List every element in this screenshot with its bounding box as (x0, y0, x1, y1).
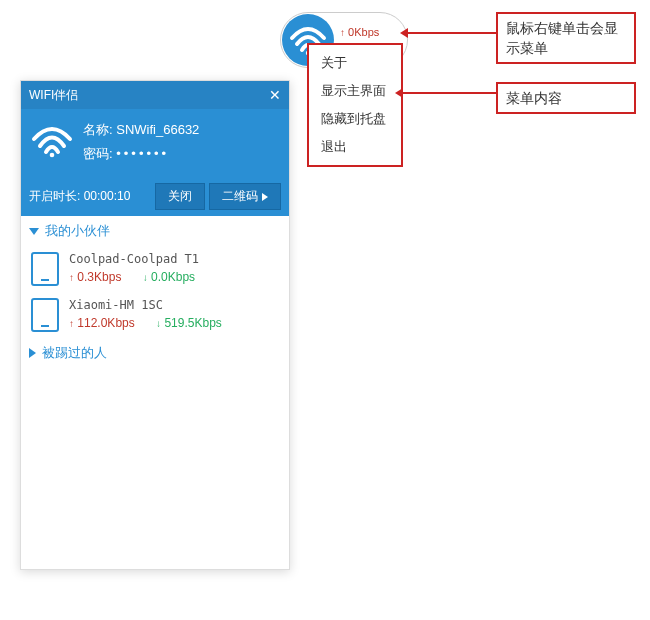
wifi-name-value: SNWifi_66632 (116, 122, 199, 137)
qr-button[interactable]: 二维码 (209, 183, 281, 210)
wifi-companion-window: WIFI伴侣 ✕ 名称: SNWifi_66632 密码: •••• (20, 80, 290, 570)
upload-speed: ↑ 0.3Kbps (69, 270, 121, 284)
wifi-icon (31, 125, 73, 159)
wifi-password-label: 密码: (83, 146, 113, 161)
device-name: Xiaomi-HM 1SC (69, 298, 222, 312)
chevron-right-icon (262, 193, 268, 201)
uptime-value: 00:00:10 (84, 189, 131, 203)
menu-item-hide-to-tray[interactable]: 隐藏到托盘 (309, 105, 401, 133)
phone-icon (31, 298, 59, 332)
menu-item-show-main[interactable]: 显示主界面 (309, 77, 401, 105)
section-kicked-label: 被踢过的人 (42, 344, 107, 362)
callout-menu-content: 菜单内容 (496, 82, 636, 114)
callout-arrow-2 (403, 92, 496, 94)
window-title: WIFI伴侣 (29, 81, 78, 109)
window-titlebar[interactable]: WIFI伴侣 ✕ (21, 81, 289, 109)
chevron-down-icon (29, 228, 39, 235)
device-row[interactable]: Coolpad-Coolpad T1 ↑ 0.3Kbps ↓ 0.0Kbps (21, 246, 289, 292)
tray-context-menu: 关于 显示主界面 隐藏到托盘 退出 (308, 44, 402, 166)
uptime-label: 开启时长: (29, 189, 80, 203)
status-bar: 开启时长: 00:00:10 关闭 二维码 (21, 177, 289, 216)
stop-button[interactable]: 关闭 (155, 183, 205, 210)
phone-icon (31, 252, 59, 286)
callout-right-click: 鼠标右键单击会显示菜单 (496, 12, 636, 64)
section-kicked[interactable]: 被踢过的人 (21, 338, 289, 368)
wifi-info-panel: 名称: SNWifi_66632 密码: ••••••• (21, 109, 289, 177)
section-partners-label: 我的小伙伴 (45, 222, 110, 240)
chevron-right-icon (29, 348, 36, 358)
upload-speed: ↑ 112.0Kbps (69, 316, 135, 330)
close-icon[interactable]: ✕ (269, 81, 281, 109)
download-speed: ↓ 519.5Kbps (156, 316, 222, 330)
section-partners[interactable]: 我的小伙伴 (21, 216, 289, 246)
download-speed: ↓ 0.0Kbps (143, 270, 195, 284)
callout-arrow-1 (408, 32, 496, 34)
menu-item-about[interactable]: 关于 (309, 49, 401, 77)
menu-item-exit[interactable]: 退出 (309, 133, 401, 161)
wifi-password-value: ••••••• (116, 146, 169, 161)
wifi-name-label: 名称: (83, 122, 113, 137)
device-name: Coolpad-Coolpad T1 (69, 252, 199, 266)
device-row[interactable]: Xiaomi-HM 1SC ↑ 112.0Kbps ↓ 519.5Kbps (21, 292, 289, 338)
svg-point-1 (50, 153, 55, 158)
